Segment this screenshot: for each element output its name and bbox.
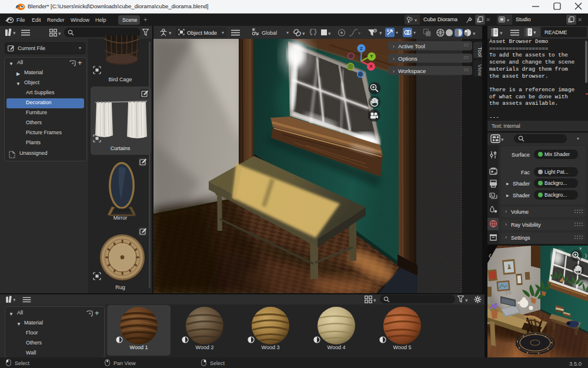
svg-text:Y: Y [370,54,373,59]
svg-text:Wood 2: Wood 2 [196,344,214,350]
svg-text:▾: ▾ [169,30,172,36]
svg-text:Wood 4: Wood 4 [328,344,346,350]
svg-text:▾: ▾ [328,31,331,37]
svg-text:❮: ❮ [488,253,492,258]
svg-text:X: X [369,64,373,69]
svg-text:▾: ▾ [302,31,305,37]
svg-text:▾: ▾ [533,29,536,35]
svg-text:▾: ▾ [501,137,504,142]
svg-text:▾: ▾ [13,30,16,36]
svg-text:›: › [393,56,395,62]
svg-text:›: › [393,44,395,49]
svg-text:▾: ▾ [465,297,468,303]
svg-text:Workspace: Workspace [398,68,426,74]
svg-text:View: View [477,64,482,76]
svg-text:Wood 1: Wood 1 [130,344,148,350]
svg-text:Tool: Tool [477,47,482,57]
svg-text:›: › [393,68,395,74]
svg-text:▾: ▾ [13,297,16,303]
svg-text:❯: ❯ [584,253,588,258]
svg-text:▾: ▾ [373,297,376,303]
svg-text:Active Tool: Active Tool [398,43,425,49]
svg-text:Wood 3: Wood 3 [262,344,280,350]
svg-text:Wood 5: Wood 5 [393,344,412,350]
svg-text:▾: ▾ [379,30,382,36]
svg-text:▾: ▾ [473,31,476,37]
svg-text:▾: ▾ [500,30,503,36]
svg-text:▾: ▾ [58,31,61,37]
svg-text:Z: Z [360,46,363,51]
svg-text:▾: ▾ [358,31,360,36]
svg-text:▾: ▾ [579,246,582,251]
svg-text:Options: Options [398,55,417,62]
